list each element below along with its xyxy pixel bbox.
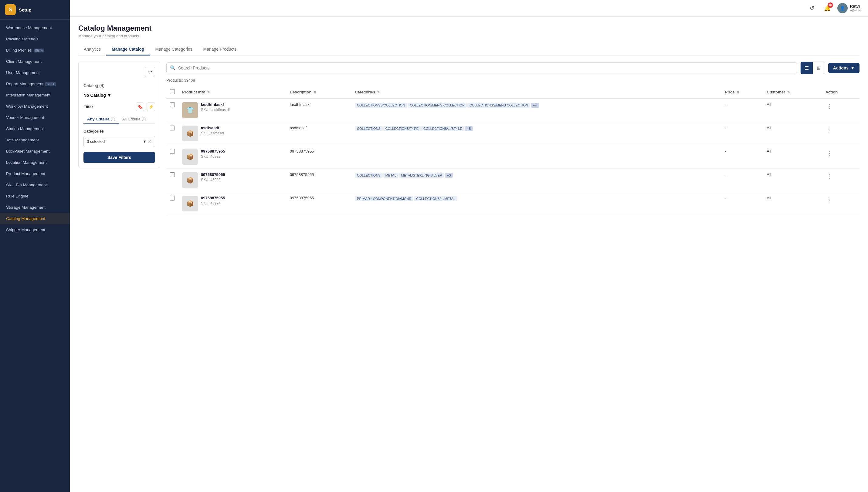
col-product-info[interactable]: Product Info ⇅	[178, 86, 286, 98]
filter-icons: 🔖 ⚡	[136, 102, 155, 111]
beta-badge: BETA	[34, 49, 44, 52]
action-menu-button[interactable]: ⋮	[825, 126, 834, 134]
row-checkbox[interactable]	[170, 172, 175, 177]
product-image: 📦	[182, 196, 198, 212]
sidebar-item-client-management[interactable]: Client Management	[0, 56, 70, 67]
sidebar-item-rule-engine[interactable]: Rule Engine	[0, 191, 70, 202]
more-categories-tag[interactable]: +5	[465, 126, 473, 131]
product-price: -	[721, 145, 763, 169]
tab-analytics[interactable]: Analytics	[78, 44, 106, 55]
product-customer: All	[763, 122, 822, 145]
actions-button[interactable]: Actions ▼	[828, 63, 860, 73]
catalog-dropdown[interactable]: No Catalog ▼	[83, 93, 155, 98]
refresh-icon[interactable]: ↺	[807, 3, 817, 13]
actions-chevron-icon: ▼	[850, 66, 854, 70]
criteria-tabs: Any Criteria iAll Criteria i	[83, 115, 155, 124]
categories-clear-icon[interactable]: ✕	[148, 139, 152, 144]
page-title: Catalog Management	[78, 24, 860, 32]
col-categories[interactable]: Categories ⇅	[351, 86, 721, 98]
sidebar-item-shipper-management[interactable]: Shipper Management	[0, 224, 70, 236]
category-tag: COLLECTIONS	[355, 173, 383, 178]
filter-icon-button[interactable]: ⚡	[147, 102, 155, 111]
action-menu-button[interactable]: ⋮	[825, 172, 834, 181]
row-checkbox[interactable]	[170, 102, 175, 107]
sort-icon: ⇅	[787, 91, 790, 94]
col-price[interactable]: Price ⇅	[721, 86, 763, 98]
action-menu-button[interactable]: ⋮	[825, 149, 834, 157]
tab-manage-categories[interactable]: Manage Categories	[150, 44, 198, 55]
product-table-body: 👕lasdhfnlaskfSKU: asdklfnas;dklasdhfnlas…	[166, 98, 860, 215]
products-count: Products: 39468	[166, 78, 860, 82]
sidebar-nav: Warehouse ManagementPacking MaterialsBil…	[0, 20, 70, 492]
col-description[interactable]: Description ⇅	[286, 86, 351, 98]
tab-manage-products[interactable]: Manage Products	[198, 44, 242, 55]
sidebar-item-sku-bin-management[interactable]: SKU-Bin Management	[0, 179, 70, 191]
product-name: 09758875955	[201, 196, 225, 200]
product-info-cell: 📦09758875955SKU: 45923	[178, 169, 286, 192]
action-menu-button[interactable]: ⋮	[825, 102, 834, 111]
user-details: Rutvi ADMIN	[850, 4, 861, 13]
user-menu[interactable]: 👤 Rutvi ADMIN	[837, 3, 861, 13]
product-action-cell: ⋮	[822, 122, 860, 145]
table-row: 📦09758875955SKU: 4592409758875955PRIMARY…	[166, 192, 860, 215]
sidebar-item-vendor-management[interactable]: Vendor Management	[0, 112, 70, 123]
sidebar-item-packing-materials[interactable]: Packing Materials	[0, 33, 70, 45]
save-filters-button[interactable]: Save Filters	[83, 152, 155, 163]
view-toggle: ☰ ⊞	[800, 62, 825, 74]
sidebar-item-product-management[interactable]: Product Management	[0, 168, 70, 179]
sidebar-item-location-management[interactable]: Location Management	[0, 157, 70, 168]
row-checkbox[interactable]	[170, 149, 175, 154]
row-checkbox[interactable]	[170, 126, 175, 130]
sidebar-item-catalog-management[interactable]: Catalog Management	[0, 213, 70, 224]
select-all-checkbox[interactable]	[170, 89, 175, 94]
product-categories: COLLECTIONSMETALMETAL/STERLING SILVER+3	[351, 169, 721, 192]
sidebar-item-billing-profiles[interactable]: Billing ProfilesBETA	[0, 45, 70, 56]
product-sku: SKU: asdklfnas;dk	[201, 108, 231, 112]
row-checkbox[interactable]	[170, 196, 175, 200]
catalog-layout: ⇄ Catalog (9) No Catalog ▼ Filter 🔖 ⚡	[78, 62, 860, 215]
content-area: Catalog Management Manage your catalog a…	[70, 17, 868, 492]
product-image: 👕	[182, 102, 198, 118]
col-customer[interactable]: Customer ⇅	[763, 86, 822, 98]
notifications-button[interactable]: 🔔 16	[822, 3, 833, 13]
table-header: Product Info ⇅ Description ⇅ Categories …	[166, 86, 860, 98]
search-box: 🔍	[166, 63, 797, 73]
swap-icon-button[interactable]: ⇄	[145, 67, 155, 77]
sidebar-item-storage-management[interactable]: Storage Management	[0, 202, 70, 213]
action-menu-button[interactable]: ⋮	[825, 196, 834, 204]
category-tag: COLLECTIONS/TYPE	[383, 126, 420, 131]
sidebar-item-tote-management[interactable]: Tote Management	[0, 134, 70, 146]
criteria-tab-all-criteria[interactable]: All Criteria i	[119, 115, 150, 124]
criteria-tab-any-criteria[interactable]: Any Criteria i	[83, 115, 119, 124]
main-area: ↺ 🔔 16 👤 Rutvi ADMIN Catalog Management …	[70, 0, 868, 492]
product-info-cell: 📦09758875955SKU: 45924	[178, 192, 286, 215]
category-tag: COLLECTION/MEN'S COLLECTION	[408, 103, 467, 108]
more-categories-tag[interactable]: +3	[445, 173, 453, 178]
tab-manage-catalog[interactable]: Manage Catalog	[106, 44, 150, 55]
grid-view-button[interactable]: ⊞	[813, 62, 825, 74]
bookmark-icon-button[interactable]: 🔖	[136, 102, 144, 111]
sidebar-item-user-management[interactable]: User Management	[0, 67, 70, 78]
sidebar-item-report-management[interactable]: Report ManagementBETA	[0, 78, 70, 90]
product-image: 📦	[182, 172, 198, 188]
search-input[interactable]	[166, 63, 797, 73]
sidebar-item-warehouse-management[interactable]: Warehouse Management	[0, 22, 70, 33]
sidebar-item-integration-management[interactable]: Integration Management	[0, 90, 70, 101]
product-panel: 🔍 ☰ ⊞ Actions ▼ Products: 39468	[166, 62, 860, 215]
app-logo: S	[5, 4, 16, 15]
product-categories: COLLECTIONSCOLLECTIONS/TYPECOLLECTIONS/.…	[351, 122, 721, 145]
more-categories-tag[interactable]: +4	[531, 103, 539, 108]
sidebar-item-box/pallet-management[interactable]: Box/Pallet Management	[0, 146, 70, 157]
list-view-button[interactable]: ☰	[801, 62, 813, 74]
sidebar-item-station-management[interactable]: Station Management	[0, 123, 70, 134]
product-price: -	[721, 98, 763, 122]
categories-label: Categories	[83, 129, 155, 133]
product-customer: All	[763, 169, 822, 192]
catalog-dropdown-arrow: ▼	[107, 93, 112, 98]
product-categories: PRIMARY COMPONENT/DIAMONDCOLLECTIONS/...…	[351, 192, 721, 215]
row-checkbox-cell	[166, 122, 178, 145]
product-description: 09758875955	[286, 145, 351, 169]
sidebar-item-workflow-management[interactable]: Workflow Management	[0, 101, 70, 112]
categories-select[interactable]: 0 selected ▼ ✕	[83, 136, 155, 147]
product-sku: SKU: 45924	[201, 201, 225, 205]
